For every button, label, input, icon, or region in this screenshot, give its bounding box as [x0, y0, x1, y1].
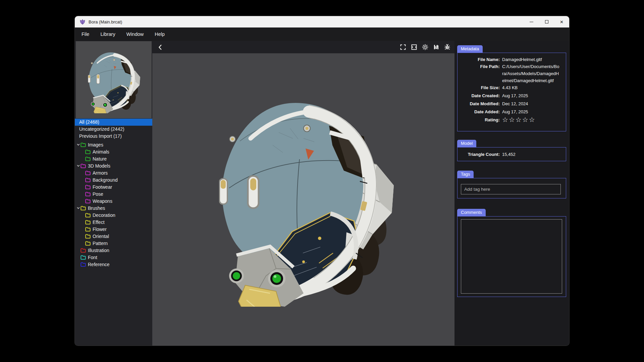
folder-icon — [85, 157, 91, 161]
folder-icon — [85, 192, 91, 196]
rating-stars[interactable]: ☆☆☆☆☆ — [502, 116, 536, 123]
sidebar-folder-font[interactable]: Font — [75, 254, 152, 261]
frame-select-button[interactable] — [411, 44, 418, 51]
sidebar-folder-decoration[interactable]: Decoration — [75, 212, 152, 219]
tags-box — [457, 178, 566, 198]
sidebar-folder-illustration[interactable]: Illustration — [75, 247, 152, 254]
comments-box — [457, 216, 566, 297]
asset-thumbnail[interactable] — [76, 41, 152, 118]
sidebar-folder-footwear[interactable]: Footwear — [75, 183, 152, 190]
sidebar-folder-flower[interactable]: Flower — [75, 226, 152, 233]
folder-icon — [85, 227, 91, 232]
tab-comments[interactable]: Comments — [457, 209, 486, 216]
sidebar-folder-reference[interactable]: Reference — [75, 261, 152, 268]
helmet-thumbnail-image — [88, 52, 141, 113]
sidebar-folder-background[interactable]: Background — [75, 176, 152, 183]
model-viewport — [152, 41, 454, 346]
folder-icon — [85, 178, 91, 182]
folder-icon — [85, 220, 91, 225]
collection-previous[interactable]: Previous Import (17) — [75, 133, 152, 140]
folder-icon — [80, 164, 86, 168]
triangle-count-label: Triangle Count: — [458, 151, 502, 158]
window-title: Bora (Main.brcat) — [89, 19, 122, 24]
back-button[interactable] — [157, 44, 164, 51]
chevron-left-icon — [157, 44, 164, 51]
sidebar-folder-pattern[interactable]: Pattern — [75, 240, 152, 247]
fullscreen-button[interactable] — [399, 44, 407, 51]
model-box: Triangle Count: 15,452 — [457, 147, 566, 161]
close-icon: × — [560, 19, 564, 25]
folder-icon — [80, 206, 86, 210]
metadata-row-date-modified: Date Modified:Dec 12, 2024 — [458, 100, 566, 107]
library-tree: All (2468)Uncategorized (2442)Previous I… — [75, 119, 152, 268]
viewport-toolbar — [152, 41, 454, 53]
folder-icon — [85, 234, 91, 239]
menu-bar: FileLibraryWindowHelp — [75, 27, 569, 41]
rating-label: Rating: — [458, 116, 502, 123]
frame-select-icon — [411, 44, 418, 51]
folder-icon — [80, 248, 86, 253]
menu-item-library[interactable]: Library — [100, 32, 115, 37]
metadata-row-date-added: Date Added:Aug 17, 2025 — [458, 108, 566, 115]
menu-item-file[interactable]: File — [82, 32, 89, 37]
metadata-row-file-name: File Name:DamagedHelmet.gltf — [458, 56, 566, 63]
inspector-panel: Metadata File Name:DamagedHelmet.gltfFil… — [454, 41, 569, 346]
folder-icon — [80, 262, 86, 267]
close-button[interactable]: × — [554, 16, 569, 27]
comments-textarea[interactable] — [461, 219, 562, 294]
folder-icon — [85, 241, 91, 246]
minimize-icon — [530, 22, 533, 22]
sidebar-folder-3d-models[interactable]: 3D Models — [75, 162, 152, 169]
menu-item-window[interactable]: Window — [126, 32, 144, 37]
chevron-down-icon[interactable] — [76, 206, 80, 210]
tab-tags[interactable]: Tags — [457, 171, 474, 178]
tab-metadata[interactable]: Metadata — [457, 45, 483, 53]
sidebar-folder-brushes[interactable]: Brushes — [75, 204, 152, 212]
collection-all[interactable]: All (2468) — [75, 119, 152, 126]
sidebar-folder-images[interactable]: Images — [75, 141, 152, 148]
save-icon — [433, 44, 440, 51]
folder-icon — [85, 213, 91, 218]
metadata-row-date-created: Date Created:Aug 17, 2025 — [458, 92, 566, 99]
chevron-down-icon[interactable] — [76, 143, 80, 146]
tag-input[interactable] — [461, 184, 561, 194]
sidebar-folder-armors[interactable]: Armors — [75, 169, 152, 176]
folder-icon — [85, 149, 91, 154]
sidebar-folder-effect[interactable]: Effect — [75, 219, 152, 226]
sidebar: All (2468)Uncategorized (2442)Previous I… — [75, 41, 152, 346]
sidebar-folder-nature[interactable]: Nature — [75, 155, 152, 162]
chevron-down-icon[interactable] — [76, 164, 80, 168]
settings-button[interactable] — [422, 44, 429, 51]
sidebar-folder-animals[interactable]: Animals — [75, 148, 152, 155]
bug-icon — [444, 44, 451, 51]
triangle-count-value: 15,452 — [502, 151, 566, 158]
folder-icon — [85, 199, 91, 203]
fullscreen-icon — [399, 44, 407, 51]
sidebar-folder-weapons[interactable]: Weapons — [75, 197, 152, 204]
maximize-button[interactable] — [539, 16, 554, 27]
maximize-icon — [545, 20, 548, 23]
metadata-box: File Name:DamagedHelmet.gltfFile Path:C:… — [457, 53, 566, 131]
debug-button[interactable] — [444, 44, 451, 51]
title-bar[interactable]: Bora (Main.brcat) × — [75, 16, 569, 27]
sidebar-folder-pose[interactable]: Pose — [75, 190, 152, 197]
viewport-canvas[interactable] — [152, 53, 454, 346]
menu-item-help[interactable]: Help — [155, 32, 165, 37]
save-button[interactable] — [433, 44, 440, 51]
folder-icon — [85, 185, 91, 189]
minimize-button[interactable] — [524, 16, 539, 27]
metadata-row-file-size: File Size:4.43 KB — [458, 84, 566, 91]
gear-icon — [422, 44, 429, 51]
folder-icon — [85, 171, 91, 175]
app-logo-shell-icon — [79, 18, 86, 25]
sidebar-folder-oriental[interactable]: Oriental — [75, 233, 152, 240]
tab-model[interactable]: Model — [457, 140, 476, 147]
app-window: Bora (Main.brcat) × FileLibraryWindowHel… — [75, 16, 569, 346]
collection-uncategorized[interactable]: Uncategorized (2442) — [75, 126, 152, 133]
folder-icon — [80, 142, 86, 147]
helmet-3d-model[interactable] — [219, 102, 396, 307]
folder-icon — [80, 255, 86, 260]
metadata-row-file-path: File Path:C:/Users/User/Documents/Bora/A… — [458, 63, 566, 84]
